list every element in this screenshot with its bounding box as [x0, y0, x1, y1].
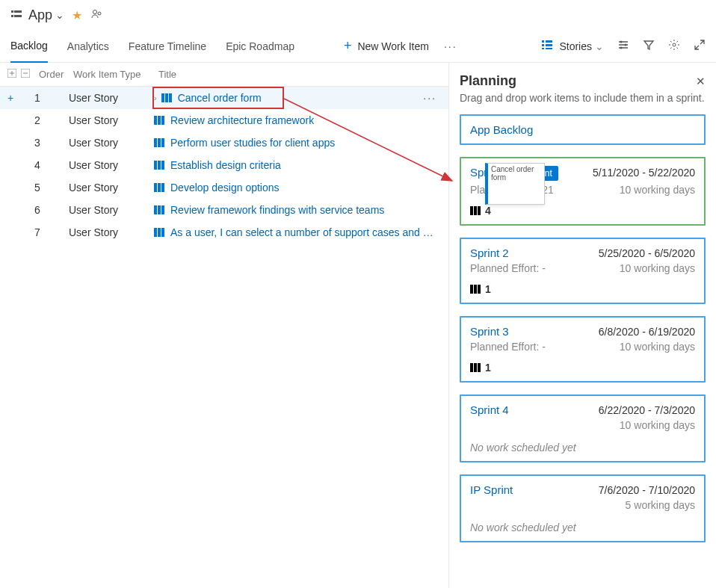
work-item-link[interactable]: Develop design options [170, 182, 280, 194]
cell-title: Perform user studies for client apps [154, 137, 441, 149]
svg-rect-20 [169, 93, 172, 102]
svg-rect-37 [158, 228, 161, 237]
svg-rect-38 [161, 228, 164, 237]
tab-backlog[interactable]: Backlog [10, 30, 48, 63]
table-row[interactable]: +1User Story›Cancel order form··· [0, 87, 448, 109]
chevron-down-icon: ⌄ [595, 40, 604, 52]
work-item-link[interactable]: As a user, I can select a number of supp… [170, 226, 433, 238]
svg-point-15 [673, 43, 676, 46]
svg-rect-23 [161, 116, 164, 125]
settings-gear-icon[interactable] [668, 39, 680, 53]
work-item-link[interactable]: Review framework findings with service t… [170, 204, 384, 216]
planning-panel: Planning ✕ Drag and drop work items to i… [448, 63, 716, 588]
svg-rect-42 [474, 206, 477, 215]
planned-effort: Planned Effort: 21 [470, 184, 554, 196]
table-row[interactable]: 2User StoryReview architecture framework [0, 109, 448, 131]
sprint-name[interactable]: Sprint 4 [470, 403, 509, 416]
cell-title: ›Cancel order form [154, 92, 423, 104]
no-work-label: No work scheduled yet [470, 442, 695, 454]
cell-title: Review architecture framework [154, 114, 441, 126]
work-item-link[interactable]: Cancel order form [178, 92, 262, 104]
plus-icon: + [344, 38, 352, 54]
sprint-dates: 7/6/2020 - 7/10/2020 [599, 484, 695, 496]
sprint-card[interactable]: Sprint 36/8/2020 - 6/19/2020Planned Effo… [460, 316, 706, 383]
svg-point-4 [93, 10, 97, 13]
new-work-item-button[interactable]: + New Work Item [344, 38, 429, 54]
cell-type: User Story [69, 182, 154, 194]
sprint-card[interactable]: Sprint 25/25/2020 - 6/5/2020Planned Effo… [460, 238, 706, 304]
svg-rect-30 [154, 183, 157, 192]
sprint-card[interactable]: IP Sprint7/6/2020 - 7/10/20205 working d… [460, 474, 706, 542]
svg-rect-47 [470, 363, 473, 372]
work-item-link[interactable]: Establish design criteria [170, 159, 281, 171]
backlog-card[interactable]: App Backlog [460, 114, 706, 145]
sprint-item-count: 4 [485, 205, 491, 217]
favorite-star-icon[interactable]: ★ [72, 8, 82, 22]
svg-rect-28 [158, 161, 161, 170]
row-more-icon[interactable]: ··· [423, 92, 441, 104]
backlog-level-selector[interactable]: Stories ⌄ [541, 39, 604, 53]
backlog-icon [10, 8, 22, 22]
svg-point-12 [620, 41, 623, 43]
table-row[interactable]: 5User StoryDevelop design options [0, 176, 448, 199]
svg-rect-25 [158, 138, 161, 147]
svg-point-13 [625, 44, 627, 46]
svg-rect-44 [470, 285, 473, 294]
cell-type: User Story [69, 159, 154, 171]
cell-order: 6 [34, 204, 69, 216]
cell-type: User Story [69, 114, 154, 126]
title-dropdown-icon[interactable]: ⌄ [55, 9, 64, 21]
user-story-icon [470, 205, 481, 216]
tab-epic-roadmap[interactable]: Epic Roadmap [226, 31, 294, 62]
sprint-name[interactable]: Sprint 1 [470, 166, 509, 179]
svg-rect-48 [474, 363, 477, 372]
sprint-dates: 6/22/2020 - 7/3/2020 [599, 404, 695, 416]
user-story-icon [470, 362, 481, 373]
tab-feature-timeline[interactable]: Feature Timeline [129, 31, 206, 62]
work-item-link[interactable]: Review architecture framework [170, 114, 314, 126]
planned-effort: Planned Effort: - [470, 262, 546, 274]
user-story-icon [154, 227, 164, 238]
collapse-all-icon[interactable] [21, 69, 34, 80]
col-title[interactable]: Title [158, 69, 441, 80]
col-type[interactable]: Work Item Type [73, 69, 158, 80]
expand-all-icon[interactable] [7, 69, 21, 80]
page-title[interactable]: App [28, 7, 52, 23]
close-panel-icon[interactable]: ✕ [696, 75, 706, 88]
svg-rect-2 [11, 15, 13, 17]
svg-rect-3 [14, 15, 22, 17]
fullscreen-icon[interactable] [694, 39, 706, 53]
backlog-name[interactable]: App Backlog [470, 123, 533, 136]
table-row[interactable]: 4User StoryEstablish design criteria [0, 154, 448, 176]
filter-icon[interactable] [643, 39, 655, 53]
view-options-icon[interactable] [617, 39, 629, 53]
more-actions-icon[interactable]: ··· [444, 40, 457, 52]
working-days: 5 working days [626, 499, 695, 511]
panel-subtitle: Drag and drop work items to include them… [460, 92, 706, 104]
work-item-link[interactable]: Perform user studies for client apps [170, 137, 335, 149]
sprint-name[interactable]: IP Sprint [470, 483, 513, 496]
expand-row-icon[interactable]: › [154, 93, 157, 102]
sprint-card[interactable]: Sprint 1Current5/11/2020 - 5/22/2020Plan… [460, 157, 706, 226]
svg-rect-45 [474, 285, 477, 294]
svg-rect-36 [154, 228, 157, 237]
table-row[interactable]: 3User StoryPerform user studies for clie… [0, 131, 448, 154]
col-order[interactable]: Order [39, 69, 73, 80]
tab-analytics[interactable]: Analytics [67, 31, 109, 62]
table-row[interactable]: 6User StoryReview framework findings wit… [0, 199, 448, 221]
sprint-name[interactable]: Sprint 2 [470, 247, 509, 259]
team-icon[interactable] [91, 8, 103, 22]
working-days: 10 working days [620, 184, 695, 196]
sprint-card[interactable]: Sprint 46/22/2020 - 7/3/202010 working d… [460, 394, 706, 462]
sprint-name[interactable]: Sprint 3 [470, 325, 509, 338]
sprint-dates: 5/25/2020 - 6/5/2020 [599, 247, 695, 259]
svg-rect-31 [158, 183, 161, 192]
svg-rect-7 [546, 40, 552, 43]
add-child-icon[interactable]: + [7, 92, 21, 104]
cell-order: 4 [34, 159, 69, 171]
working-days: 10 working days [620, 341, 695, 353]
grid-header: Order Work Item Type Title [0, 63, 448, 87]
current-badge: Current [516, 166, 558, 181]
svg-rect-6 [542, 40, 544, 43]
table-row[interactable]: 7User StoryAs a user, I can select a num… [0, 221, 448, 244]
